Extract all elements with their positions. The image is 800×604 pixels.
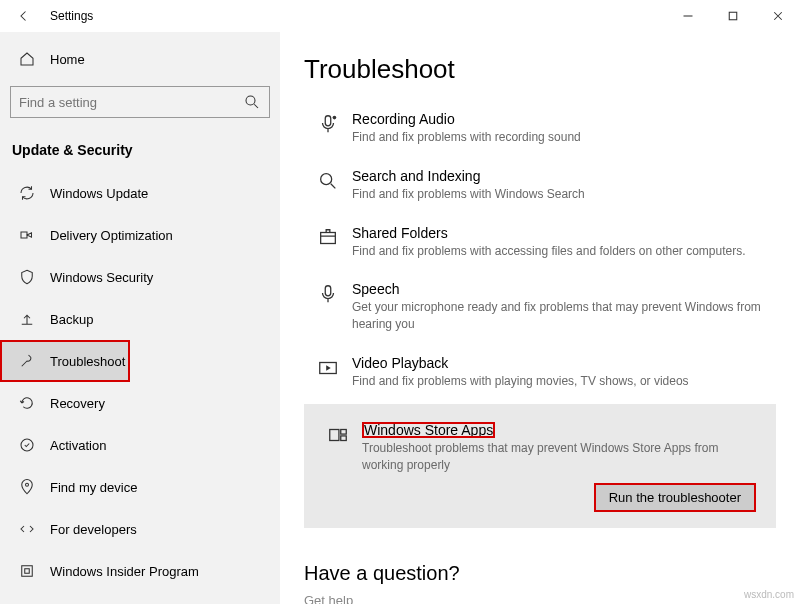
get-help-link[interactable]: Get help — [304, 593, 776, 604]
developers-icon — [18, 520, 36, 538]
ts-shared-folders[interactable]: Shared Folders Find and fix problems wit… — [304, 217, 776, 274]
home-icon — [18, 50, 36, 68]
search-input[interactable] — [19, 95, 243, 110]
window-title: Settings — [50, 9, 93, 23]
delivery-icon — [18, 226, 36, 244]
svg-rect-14 — [341, 436, 347, 441]
run-troubleshooter-button[interactable]: Run the troubleshooter — [594, 483, 756, 512]
ts-recording-audio[interactable]: Recording Audio Find and fix problems wi… — [304, 103, 776, 160]
sidebar-item-label: Windows Security — [50, 270, 153, 285]
section-header: Update & Security — [0, 132, 280, 172]
sidebar-item-label: Windows Update — [50, 186, 148, 201]
ts-windows-store-apps[interactable]: Windows Store Apps Troubleshoot problems… — [314, 414, 766, 474]
sidebar-item-windows-update[interactable]: Windows Update — [0, 172, 280, 214]
window-controls — [665, 0, 800, 32]
svg-point-2 — [21, 439, 33, 451]
svg-rect-4 — [22, 566, 33, 577]
ts-title: Speech — [352, 281, 770, 297]
svg-rect-0 — [729, 12, 737, 20]
svg-rect-12 — [330, 429, 339, 440]
minimize-button[interactable] — [665, 0, 710, 32]
sidebar-item-label: Delivery Optimization — [50, 228, 173, 243]
svg-point-7 — [333, 116, 337, 120]
sidebar-item-find-my-device[interactable]: Find my device — [0, 466, 280, 508]
ts-search-indexing[interactable]: Search and Indexing Find and fix problem… — [304, 160, 776, 217]
close-button[interactable] — [755, 0, 800, 32]
store-apps-icon — [320, 422, 356, 474]
search-box[interactable] — [10, 86, 270, 118]
activation-icon — [18, 436, 36, 454]
sidebar-item-label: Windows Insider Program — [50, 564, 199, 579]
ts-desc: Get your microphone ready and fix proble… — [352, 299, 770, 333]
recovery-icon — [18, 394, 36, 412]
insider-icon — [18, 562, 36, 580]
search-icon — [243, 93, 261, 111]
sidebar-item-recovery[interactable]: Recovery — [0, 382, 280, 424]
sync-icon — [18, 184, 36, 202]
sidebar-home[interactable]: Home — [0, 40, 280, 78]
sidebar-item-label: Recovery — [50, 396, 105, 411]
arrow-left-icon — [15, 7, 33, 25]
svg-point-8 — [321, 173, 332, 184]
shield-icon — [18, 268, 36, 286]
maximize-icon — [724, 7, 742, 25]
minimize-icon — [679, 7, 697, 25]
video-icon — [310, 355, 346, 390]
ts-title: Search and Indexing — [352, 168, 770, 184]
close-icon — [769, 7, 787, 25]
svg-rect-5 — [25, 569, 30, 574]
location-icon — [18, 478, 36, 496]
ts-video-playback[interactable]: Video Playback Find and fix problems wit… — [304, 347, 776, 404]
backup-icon — [18, 310, 36, 328]
sidebar: Home Update & Security Windows Update De… — [0, 32, 280, 604]
ts-desc: Troubleshoot problems that may prevent W… — [362, 440, 760, 474]
ts-desc: Find and fix problems with recording sou… — [352, 129, 770, 146]
ts-desc: Find and fix problems with accessing fil… — [352, 243, 770, 260]
svg-rect-10 — [325, 286, 331, 296]
sidebar-item-delivery-optimization[interactable]: Delivery Optimization — [0, 214, 280, 256]
mic-icon — [310, 281, 346, 333]
question-heading: Have a question? — [304, 562, 776, 585]
sidebar-item-activation[interactable]: Activation — [0, 424, 280, 466]
mic-record-icon — [310, 111, 346, 146]
ts-title: Video Playback — [352, 355, 770, 371]
sidebar-item-label: Find my device — [50, 480, 137, 495]
sidebar-item-label: For developers — [50, 522, 137, 537]
back-button[interactable] — [8, 0, 40, 32]
svg-point-1 — [246, 96, 255, 105]
sidebar-item-backup[interactable]: Backup — [0, 298, 280, 340]
folder-share-icon — [310, 225, 346, 260]
ts-title: Windows Store Apps — [362, 422, 495, 438]
svg-rect-9 — [321, 232, 336, 243]
titlebar: Settings — [0, 0, 800, 32]
ts-desc: Find and fix problems with Windows Searc… — [352, 186, 770, 203]
main-panel: Troubleshoot Recording Audio Find and fi… — [280, 32, 800, 604]
ts-windows-store-expanded: Windows Store Apps Troubleshoot problems… — [304, 404, 776, 529]
sidebar-item-windows-security[interactable]: Windows Security — [0, 256, 280, 298]
watermark: wsxdn.com — [744, 589, 794, 600]
svg-rect-6 — [325, 116, 331, 126]
page-title: Troubleshoot — [304, 54, 776, 85]
svg-point-3 — [26, 483, 29, 486]
sidebar-item-insider[interactable]: Windows Insider Program — [0, 550, 280, 592]
sidebar-item-label: Backup — [50, 312, 93, 327]
ts-speech[interactable]: Speech Get your microphone ready and fix… — [304, 273, 776, 347]
home-label: Home — [50, 52, 85, 67]
wrench-icon — [18, 352, 36, 370]
maximize-button[interactable] — [710, 0, 755, 32]
sidebar-item-for-developers[interactable]: For developers — [0, 508, 280, 550]
search-icon — [310, 168, 346, 203]
ts-desc: Find and fix problems with playing movie… — [352, 373, 770, 390]
sidebar-item-label: Troubleshoot — [50, 354, 125, 369]
sidebar-item-troubleshoot[interactable]: Troubleshoot — [0, 340, 130, 382]
ts-title: Shared Folders — [352, 225, 770, 241]
sidebar-item-label: Activation — [50, 438, 106, 453]
ts-title: Recording Audio — [352, 111, 770, 127]
svg-rect-13 — [341, 429, 347, 434]
